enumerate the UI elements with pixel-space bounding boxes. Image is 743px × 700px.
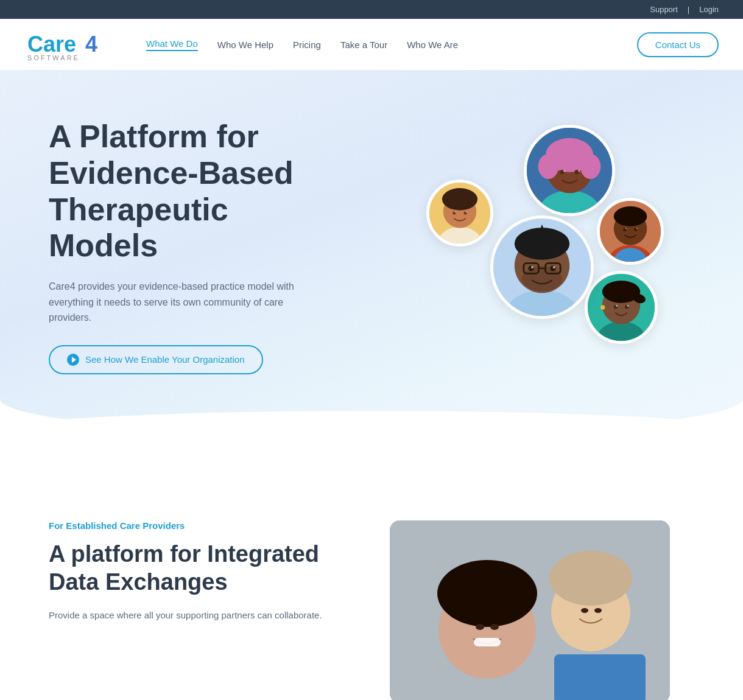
- person-circle-center: [490, 215, 594, 319]
- nav-pricing[interactable]: Pricing: [293, 40, 321, 50]
- nav-who-we-help[interactable]: Who We Help: [217, 40, 273, 50]
- login-link[interactable]: Login: [699, 5, 719, 14]
- people-circles: [414, 119, 670, 374]
- hero-section: A Platform for Evidence-Based Therapeuti…: [0, 70, 743, 435]
- svg-point-49: [616, 305, 618, 307]
- nav-take-tour[interactable]: Take a Tour: [340, 40, 387, 50]
- svg-point-51: [600, 305, 605, 309]
- hero-cta-label: See How We Enable Your Organization: [85, 354, 245, 365]
- svg-point-31: [531, 266, 533, 268]
- wave-transition: [0, 435, 743, 484]
- nav-what-we-do[interactable]: What We Do: [146, 38, 198, 51]
- svg-point-16: [442, 188, 477, 210]
- section-2-image: [390, 520, 670, 700]
- svg-text:SOFTWARE: SOFTWARE: [27, 54, 80, 61]
- svg-text:Care: Care: [27, 32, 76, 57]
- section-2-title: A platform for Integrated Data Exchanges: [49, 541, 341, 596]
- svg-point-7: [538, 154, 559, 179]
- divider: |: [688, 5, 689, 14]
- svg-text:4: 4: [85, 32, 97, 57]
- logo[interactable]: Care 4 SOFTWARE: [24, 26, 122, 63]
- hero-cta-button[interactable]: See How We Enable Your Organization: [49, 345, 263, 374]
- section-2-content: For Established Care Providers A platfor…: [49, 520, 341, 623]
- svg-rect-65: [554, 654, 646, 700]
- svg-point-11: [563, 170, 565, 172]
- person-circle-bottom-right: [585, 271, 658, 344]
- svg-rect-60: [474, 638, 501, 646]
- hero-title: A Platform for Evidence-Based Therapeuti…: [49, 119, 341, 264]
- svg-point-64: [594, 608, 602, 613]
- svg-point-63: [581, 608, 588, 613]
- svg-point-8: [580, 154, 601, 179]
- support-link[interactable]: Support: [650, 5, 678, 14]
- svg-point-29: [528, 265, 533, 271]
- svg-point-41: [636, 228, 638, 229]
- nav-who-we-are[interactable]: Who We Are: [407, 40, 458, 50]
- play-icon: [67, 354, 79, 366]
- navbar: Care 4 SOFTWARE What We Do Who We Help P…: [0, 19, 743, 70]
- nav-links: What We Do Who We Help Pricing Take a To…: [146, 38, 637, 51]
- svg-point-59: [549, 551, 632, 606]
- svg-point-30: [550, 265, 555, 271]
- section-established: For Established Care Providers A platfor…: [0, 484, 743, 700]
- svg-point-56: [437, 560, 537, 627]
- contact-button[interactable]: Contact Us: [637, 32, 719, 57]
- person-circle-right: [597, 198, 664, 265]
- person-circle-top: [524, 125, 615, 216]
- svg-point-40: [625, 228, 627, 229]
- person-circle-left: [426, 180, 493, 247]
- svg-point-37: [614, 206, 647, 226]
- svg-point-20: [466, 211, 467, 212]
- hero-description: Care4 provides your evidence-based pract…: [49, 279, 305, 326]
- svg-point-62: [490, 624, 499, 630]
- svg-point-61: [476, 624, 484, 630]
- svg-point-50: [627, 305, 629, 307]
- hero-illustration: [390, 119, 694, 374]
- hero-content: A Platform for Evidence-Based Therapeuti…: [49, 119, 341, 374]
- section-label: For Established Care Providers: [49, 520, 341, 531]
- svg-point-19: [455, 211, 456, 212]
- section-2-description: Provide a space where all your supportin…: [49, 608, 341, 623]
- svg-point-24: [522, 266, 562, 291]
- svg-point-12: [578, 170, 580, 172]
- svg-point-32: [553, 266, 555, 268]
- top-bar: Support | Login: [0, 0, 743, 19]
